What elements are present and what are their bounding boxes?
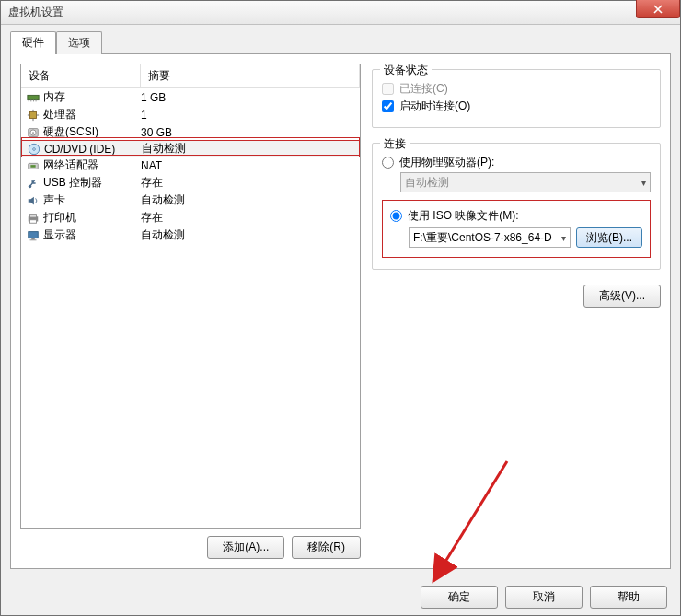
svg-rect-22 bbox=[31, 238, 35, 239]
svg-point-12 bbox=[32, 132, 34, 134]
use-physical-label: 使用物理驱动器(P): bbox=[399, 155, 494, 170]
list-item[interactable]: 处理器1 bbox=[21, 106, 360, 123]
device-summary: 存在 bbox=[141, 210, 356, 226]
advanced-button[interactable]: 高级(V)... bbox=[583, 285, 661, 308]
device-name: 内存 bbox=[41, 89, 141, 105]
svg-rect-20 bbox=[30, 219, 37, 223]
titlebar: 虚拟机设置 bbox=[1, 1, 680, 25]
printer-icon bbox=[25, 212, 41, 225]
tab-options[interactable]: 选项 bbox=[56, 31, 102, 54]
list-item[interactable]: 内存1 GB bbox=[21, 88, 360, 106]
chevron-down-icon: ▾ bbox=[641, 178, 646, 188]
poweron-checkbox-row[interactable]: 启动时连接(O) bbox=[382, 99, 651, 114]
dialog-footer: 确定 取消 帮助 bbox=[1, 578, 680, 615]
disk-icon bbox=[25, 126, 41, 139]
poweron-checkbox[interactable] bbox=[382, 100, 394, 112]
device-summary: 1 GB bbox=[141, 91, 356, 104]
list-item[interactable]: 打印机存在 bbox=[21, 209, 360, 227]
list-item[interactable]: CD/DVD (IDE)自动检测 bbox=[21, 140, 360, 157]
device-name: 处理器 bbox=[41, 107, 141, 122]
list-item[interactable]: 网络适配器NAT bbox=[21, 157, 360, 174]
device-summary: 1 bbox=[141, 109, 356, 122]
poweron-label: 启动时连接(O) bbox=[399, 99, 470, 114]
device-name: 网络适配器 bbox=[41, 157, 141, 173]
display-icon bbox=[25, 229, 41, 242]
svg-rect-21 bbox=[29, 231, 39, 238]
list-item[interactable]: 声卡自动检测 bbox=[21, 192, 360, 209]
close-icon bbox=[653, 5, 663, 14]
svg-rect-4 bbox=[36, 99, 37, 101]
cd-icon bbox=[26, 143, 42, 156]
physical-drive-value: 自动检测 bbox=[405, 175, 449, 191]
device-name: 打印机 bbox=[41, 210, 141, 226]
device-summary: 自动检测 bbox=[141, 227, 356, 243]
svg-rect-2 bbox=[30, 99, 31, 101]
sound-icon bbox=[25, 194, 41, 207]
svg-rect-0 bbox=[28, 95, 39, 99]
iso-path-value: F:\重要\CentOS-7-x86_64-D bbox=[413, 230, 552, 246]
list-item[interactable]: 硬盘(SCSI)30 GB bbox=[21, 123, 360, 141]
svg-rect-1 bbox=[29, 99, 29, 101]
use-iso-radio[interactable] bbox=[390, 210, 402, 222]
use-physical-row[interactable]: 使用物理驱动器(P): bbox=[382, 155, 651, 170]
svg-point-14 bbox=[33, 147, 36, 150]
device-name: USB 控制器 bbox=[41, 175, 141, 191]
device-summary: NAT bbox=[141, 159, 356, 172]
remove-button[interactable]: 移除(R) bbox=[292, 536, 361, 559]
iso-path-combo[interactable]: F:\重要\CentOS-7-x86_64-D ▾ bbox=[409, 227, 571, 248]
use-iso-row[interactable]: 使用 ISO 映像文件(M): bbox=[390, 208, 642, 224]
device-name: 显示器 bbox=[41, 227, 141, 243]
content-area: 设备 摘要 内存1 GB处理器1硬盘(SCSI)30 GBCD/DVD (IDE… bbox=[10, 53, 671, 569]
iso-highlight: 使用 ISO 映像文件(M): F:\重要\CentOS-7-x86_64-D … bbox=[382, 200, 651, 258]
net-icon bbox=[25, 159, 41, 172]
ok-button[interactable]: 确定 bbox=[421, 586, 498, 609]
connected-label: 已连接(C) bbox=[399, 81, 448, 97]
settings-dialog: 虚拟机设置 硬件 选项 设备 摘要 内存1 GB处理器1硬盘(SCSI)30 G… bbox=[0, 0, 681, 616]
list-item[interactable]: 显示器自动检测 bbox=[21, 227, 360, 244]
cancel-button[interactable]: 取消 bbox=[505, 586, 583, 609]
device-name: CD/DVD (IDE) bbox=[42, 143, 142, 156]
right-panel: 设备状态 已连接(C) 启动时连接(O) 连接 使用物理驱动器(P): bbox=[372, 64, 661, 559]
header-device[interactable]: 设备 bbox=[21, 64, 141, 87]
left-panel: 设备 摘要 内存1 GB处理器1硬盘(SCSI)30 GBCD/DVD (IDE… bbox=[20, 64, 361, 559]
tab-hardware[interactable]: 硬件 bbox=[10, 31, 56, 54]
svg-rect-23 bbox=[30, 239, 37, 240]
device-status-title: 设备状态 bbox=[380, 63, 432, 78]
tabstrip: 硬件 选项 bbox=[1, 25, 680, 53]
help-button[interactable]: 帮助 bbox=[590, 586, 667, 609]
cpu-icon bbox=[25, 109, 41, 122]
list-header: 设备 摘要 bbox=[21, 64, 360, 88]
memory-icon bbox=[25, 91, 41, 104]
connected-checkbox[interactable] bbox=[382, 83, 394, 95]
device-status-group: 设备状态 已连接(C) 启动时连接(O) bbox=[372, 69, 661, 128]
header-summary[interactable]: 摘要 bbox=[141, 64, 360, 87]
connection-group: 连接 使用物理驱动器(P): 自动检测 ▾ 使用 ISO 映像文件(M): bbox=[372, 143, 661, 270]
device-name: 声卡 bbox=[41, 192, 141, 208]
connection-title: 连接 bbox=[380, 136, 410, 152]
svg-rect-16 bbox=[30, 165, 35, 168]
svg-rect-19 bbox=[30, 214, 37, 217]
list-item[interactable]: USB 控制器存在 bbox=[21, 174, 360, 192]
connected-checkbox-row[interactable]: 已连接(C) bbox=[382, 81, 651, 97]
device-summary: 30 GB bbox=[141, 126, 356, 139]
device-summary: 自动检测 bbox=[142, 141, 355, 157]
use-iso-label: 使用 ISO 映像文件(M): bbox=[408, 208, 519, 224]
left-buttons: 添加(A)... 移除(R) bbox=[20, 536, 361, 559]
svg-rect-3 bbox=[33, 99, 34, 101]
usb-icon bbox=[25, 177, 41, 190]
use-physical-radio[interactable] bbox=[382, 157, 394, 169]
svg-rect-5 bbox=[30, 111, 37, 118]
browse-button[interactable]: 浏览(B)... bbox=[576, 227, 642, 248]
device-list[interactable]: 设备 摘要 内存1 GB处理器1硬盘(SCSI)30 GBCD/DVD (IDE… bbox=[20, 64, 361, 529]
close-button[interactable] bbox=[636, 0, 680, 18]
physical-drive-combo[interactable]: 自动检测 ▾ bbox=[400, 172, 651, 192]
window-title: 虚拟机设置 bbox=[8, 5, 63, 20]
device-name: 硬盘(SCSI) bbox=[41, 124, 141, 140]
device-summary: 存在 bbox=[141, 175, 356, 191]
chevron-down-icon: ▾ bbox=[561, 233, 566, 243]
device-summary: 自动检测 bbox=[141, 192, 356, 208]
add-button[interactable]: 添加(A)... bbox=[207, 536, 284, 559]
